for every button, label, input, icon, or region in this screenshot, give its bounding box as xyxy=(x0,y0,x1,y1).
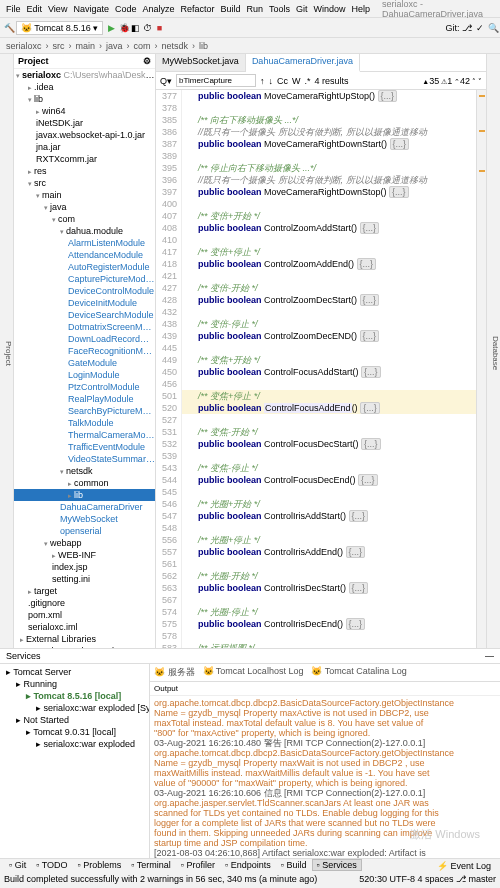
code-line[interactable]: 417 /** 变倍+停止 */ xyxy=(156,246,476,258)
git-branch[interactable]: ⎇ master xyxy=(456,874,496,884)
tree-node[interactable]: DownLoadRecordModule xyxy=(14,333,155,345)
error-stripe[interactable] xyxy=(476,90,486,648)
prev-match-icon[interactable]: ↑ xyxy=(260,76,265,86)
regex-toggle[interactable]: .* xyxy=(305,76,311,86)
tree-node[interactable]: dahua.module xyxy=(14,225,155,237)
tree-node[interactable]: AutoRegisterModule xyxy=(14,261,155,273)
code-line[interactable]: 456 xyxy=(156,378,476,390)
menu-git[interactable]: Git xyxy=(296,4,308,14)
breadcrumb-item[interactable]: main xyxy=(76,41,96,51)
code-line[interactable]: 539 xyxy=(156,450,476,462)
code-line[interactable]: 546 /** 光圈+开始 */ xyxy=(156,498,476,510)
code-line[interactable]: 445 xyxy=(156,342,476,354)
code-line[interactable]: 520 public boolean ControlFocusAddEnd() … xyxy=(156,402,476,414)
toolwindow-endpoints[interactable]: ▫ Endpoints xyxy=(220,859,276,871)
tree-node[interactable]: openserial xyxy=(14,525,155,537)
code-line[interactable]: 531 /** 变焦-开始 */ xyxy=(156,426,476,438)
tree-node[interactable]: GateModule xyxy=(14,357,155,369)
code-line[interactable]: 408 public boolean ControlZoomAddStart()… xyxy=(156,222,476,234)
tree-node[interactable]: MyWebSocket xyxy=(14,513,155,525)
code-line[interactable]: 544 public boolean ControlFocusDecEnd() … xyxy=(156,474,476,486)
menu-edit[interactable]: Edit xyxy=(27,4,43,14)
breadcrumb-item[interactable]: netsdk xyxy=(162,41,189,51)
tree-node[interactable]: pom.xml xyxy=(14,609,155,621)
breadcrumb-item[interactable]: java xyxy=(106,41,123,51)
hide-icon[interactable]: — xyxy=(485,651,494,661)
code-line[interactable]: 578 xyxy=(156,630,476,642)
debug-icon[interactable]: 🐞 xyxy=(119,23,127,33)
menu-refactor[interactable]: Refactor xyxy=(180,4,214,14)
code-line[interactable]: 562 /** 光圈-开始 */ xyxy=(156,570,476,582)
caret-position[interactable]: 520:30 xyxy=(359,874,387,884)
code-line[interactable]: 501 /** 变焦+停止 */ xyxy=(156,390,476,402)
encoding[interactable]: UTF-8 xyxy=(389,874,415,884)
project-tree[interactable]: Project ⚙ serialoxc C:\Users\whaa\Deskto… xyxy=(14,54,156,648)
code-line[interactable]: 438 /** 变倍-停止 */ xyxy=(156,318,476,330)
code-line[interactable]: 561 xyxy=(156,558,476,570)
tree-node[interactable]: SearchByPictureModule xyxy=(14,405,155,417)
tree-node[interactable]: WEB-INF xyxy=(14,549,155,561)
menu-view[interactable]: View xyxy=(48,4,67,14)
code-editor[interactable]: 377 public boolean MoveCameraRightUpStop… xyxy=(156,90,476,648)
editor-tab[interactable]: MyWebSocket.java xyxy=(156,54,246,71)
code-line[interactable]: 545 xyxy=(156,486,476,498)
code-line[interactable]: 449 /** 变焦+开始 */ xyxy=(156,354,476,366)
service-node[interactable]: ▸ serialoxc:war exploded [Synchroni xyxy=(2,702,147,714)
tree-node[interactable]: com xyxy=(14,213,155,225)
service-node[interactable]: ▸ Tomcat Server xyxy=(2,666,147,678)
code-line[interactable]: 427 /** 变倍-开始 */ xyxy=(156,282,476,294)
code-line[interactable]: 410 xyxy=(156,234,476,246)
code-line[interactable]: 567 xyxy=(156,594,476,606)
menu-run[interactable]: Run xyxy=(247,4,264,14)
code-line[interactable]: 421 xyxy=(156,270,476,282)
service-node[interactable]: ▸ Not Started xyxy=(2,714,147,726)
run-icon[interactable]: ▶ xyxy=(107,23,115,33)
code-line[interactable]: 548 xyxy=(156,522,476,534)
code-line[interactable]: 439 public boolean ControlZoomDecEND() {… xyxy=(156,330,476,342)
code-line[interactable]: 563 public boolean ControlIrisDecStart()… xyxy=(156,582,476,594)
words-toggle[interactable]: W xyxy=(292,76,301,86)
code-line[interactable]: 386 //既只有一个摄像头 所以没有做判断, 所以以摄像通道移动 xyxy=(156,126,476,138)
code-line[interactable]: 547 public boolean ControlIrisAddStart()… xyxy=(156,510,476,522)
tree-node[interactable]: PtzControlModule xyxy=(14,381,155,393)
code-line[interactable]: 385 /** 向右下移动摄像头 ...*/ xyxy=(156,114,476,126)
code-line[interactable]: 377 public boolean MoveCameraRightUpStop… xyxy=(156,90,476,102)
tree-node[interactable]: src xyxy=(14,177,155,189)
tree-node[interactable]: DotmatrixScreenModule xyxy=(14,321,155,333)
tree-node[interactable]: VideoStateSummaryModule xyxy=(14,453,155,465)
tree-node[interactable]: LoginModule xyxy=(14,369,155,381)
code-line[interactable]: 418 public boolean ControlZoomAddEnd() {… xyxy=(156,258,476,270)
code-line[interactable]: 400 xyxy=(156,198,476,210)
tree-node[interactable]: main xyxy=(14,189,155,201)
tree-node[interactable]: RXTXcomm.jar xyxy=(14,153,155,165)
tree-node[interactable]: .idea xyxy=(14,81,155,93)
service-tab[interactable]: 🐱 服务器 xyxy=(154,666,195,679)
toolwindow-services[interactable]: ▫ Services xyxy=(312,859,362,871)
update-icon[interactable]: ✓ xyxy=(476,23,484,33)
tree-node[interactable]: webapp xyxy=(14,537,155,549)
tree-node[interactable]: lib xyxy=(14,489,155,501)
tree-node[interactable]: netsdk xyxy=(14,465,155,477)
editor-tab[interactable]: DahuaCameraDriver.java xyxy=(246,54,360,72)
tree-node[interactable]: setting.ini xyxy=(14,573,155,585)
service-node[interactable]: ▸ Tomcat 9.0.31 [local] xyxy=(2,726,147,738)
toolwindow-terminal[interactable]: ▫ Terminal xyxy=(126,859,176,871)
breadcrumb-item[interactable]: com xyxy=(134,41,151,51)
tree-node[interactable]: serialoxc.iml xyxy=(14,621,155,633)
tree-node[interactable]: External Libraries xyxy=(14,633,155,645)
tree-node[interactable]: iNetSDK.jar xyxy=(14,117,155,129)
code-line[interactable]: 407 /** 变倍+开始 */ xyxy=(156,210,476,222)
project-root[interactable]: serialoxc C:\Users\whaa\Desktop\serialox… xyxy=(14,69,155,81)
project-tool-tab[interactable]: Project xyxy=(0,54,14,648)
menu-build[interactable]: Build xyxy=(220,4,240,14)
code-line[interactable]: 543 /** 变焦-停止 */ xyxy=(156,462,476,474)
tree-node[interactable]: java xyxy=(14,201,155,213)
services-log[interactable]: org.apache.tomcat.dbcp.dbcp2.BasicDataSo… xyxy=(150,696,500,858)
code-line[interactable]: 387 public boolean MoveCameraRightDownSt… xyxy=(156,138,476,150)
stop-icon[interactable]: ■ xyxy=(155,23,163,33)
menu-window[interactable]: Window xyxy=(314,4,346,14)
tree-node[interactable]: index.jsp xyxy=(14,561,155,573)
tree-node[interactable]: CapturePictureModule xyxy=(14,273,155,285)
tree-node[interactable]: lib xyxy=(14,93,155,105)
service-node[interactable]: ▸ Running xyxy=(2,678,147,690)
